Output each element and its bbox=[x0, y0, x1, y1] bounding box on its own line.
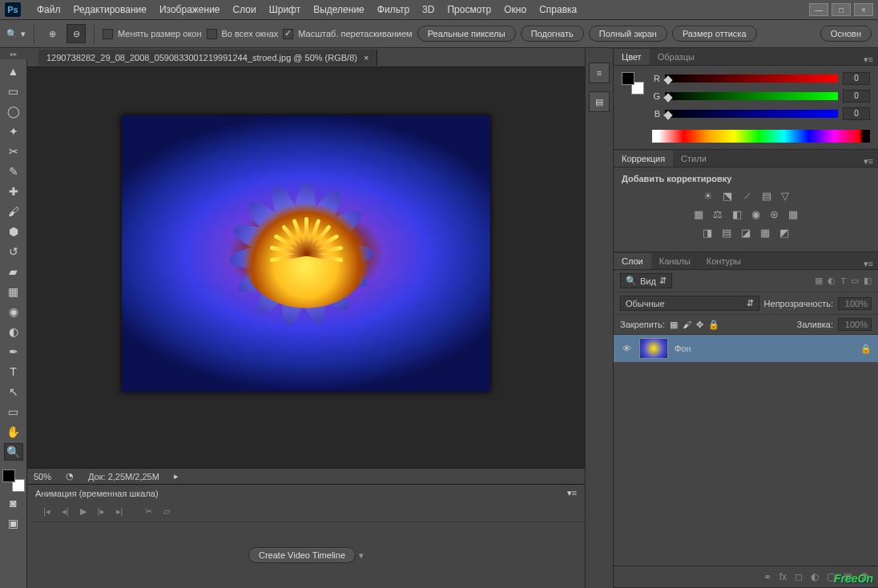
tab-color[interactable]: Цвет bbox=[614, 49, 650, 65]
blend-mode-select[interactable]: Обычные ⇵ bbox=[620, 296, 759, 311]
zoom-tool-icon[interactable]: 🔍 bbox=[4, 443, 23, 461]
new-adj-icon[interactable]: ◐ bbox=[811, 571, 819, 582]
blur-tool-icon[interactable]: ◉ bbox=[4, 303, 23, 320]
transition-icon[interactable]: ▱ bbox=[163, 506, 170, 517]
fx-icon[interactable]: fx bbox=[779, 571, 787, 582]
levels-icon[interactable]: ⬔ bbox=[723, 190, 732, 202]
curves-icon[interactable]: ⟋ bbox=[742, 190, 752, 202]
lock-trans-icon[interactable]: ▦ bbox=[670, 320, 678, 330]
menu-window[interactable]: Окно bbox=[497, 4, 533, 15]
r-value[interactable]: 0 bbox=[843, 72, 870, 85]
print-size-button[interactable]: Размер оттиска bbox=[672, 26, 757, 42]
actual-pixels-button[interactable]: Реальные пикселы bbox=[417, 26, 516, 42]
hand-tool-icon[interactable]: ✋ bbox=[4, 423, 23, 441]
first-frame-icon[interactable]: |◂ bbox=[43, 506, 50, 517]
hue-icon[interactable]: ▦ bbox=[694, 208, 703, 220]
stamp-tool-icon[interactable]: ⬢ bbox=[4, 223, 23, 240]
zoom-tool-icon[interactable]: 🔍 ▾ bbox=[6, 24, 26, 43]
menu-type[interactable]: Шрифт bbox=[263, 4, 307, 15]
canvas-area[interactable] bbox=[27, 67, 585, 468]
heal-tool-icon[interactable]: ✚ bbox=[4, 183, 23, 200]
menu-select[interactable]: Выделение bbox=[307, 4, 371, 15]
photo-filter-icon[interactable]: ◉ bbox=[751, 208, 760, 220]
menu-view[interactable]: Просмотр bbox=[441, 4, 497, 15]
adj-menu-icon[interactable]: ▾≡ bbox=[859, 156, 878, 167]
toolbar-collapse[interactable]: ▸▸ bbox=[0, 48, 27, 59]
menu-image[interactable]: Изображение bbox=[153, 4, 227, 15]
layer-thumbnail[interactable] bbox=[639, 338, 668, 359]
mixer-icon[interactable]: ⊛ bbox=[770, 208, 779, 220]
invert-icon[interactable]: ◨ bbox=[703, 227, 712, 239]
history-panel-icon[interactable]: ≡ bbox=[589, 62, 610, 83]
timeline-dropdown-icon[interactable]: ▾ bbox=[359, 550, 364, 561]
dodge-tool-icon[interactable]: ◐ bbox=[4, 323, 23, 340]
vibrance-icon[interactable]: ▽ bbox=[781, 190, 789, 202]
link-layers-icon[interactable]: ⚭ bbox=[763, 571, 771, 582]
info-arrow-icon[interactable]: ▸ bbox=[174, 471, 179, 481]
wand-tool-icon[interactable]: ✦ bbox=[4, 123, 23, 140]
filter-text-icon[interactable]: T bbox=[840, 276, 846, 286]
layer-row[interactable]: 👁 Фон 🔒 bbox=[614, 335, 878, 362]
foreground-swatch[interactable] bbox=[2, 469, 15, 482]
tab-swatches[interactable]: Образцы bbox=[650, 49, 703, 65]
marquee-tool-icon[interactable]: ▭ bbox=[4, 83, 23, 100]
tab-channels[interactable]: Каналы bbox=[651, 253, 699, 269]
move-tool-icon[interactable]: ▲ bbox=[4, 62, 23, 80]
gradient-tool-icon[interactable]: ▦ bbox=[4, 283, 23, 300]
menu-edit[interactable]: Редактирование bbox=[67, 4, 153, 15]
mask-icon[interactable]: ◻ bbox=[795, 571, 803, 582]
screenmode-icon[interactable]: ▣ bbox=[4, 514, 23, 532]
workspace-button[interactable]: Основн bbox=[820, 26, 872, 42]
layer-filter-kind[interactable]: 🔍 Вид ⇵ bbox=[620, 273, 672, 288]
color-menu-icon[interactable]: ▾≡ bbox=[859, 54, 878, 65]
color-mini-swatches[interactable] bbox=[622, 72, 644, 95]
menu-3d[interactable]: 3D bbox=[416, 4, 441, 15]
balance-icon[interactable]: ⚖ bbox=[713, 208, 723, 220]
filter-smart-icon[interactable]: ◧ bbox=[864, 276, 872, 286]
lasso-tool-icon[interactable]: ◯ bbox=[4, 103, 23, 120]
create-timeline-button[interactable]: Create Video Timeline bbox=[248, 547, 356, 563]
doc-info-icon[interactable]: ◔ bbox=[66, 471, 74, 481]
next-frame-icon[interactable]: |▸ bbox=[98, 506, 105, 517]
animation-menu-icon[interactable]: ▾≡ bbox=[567, 488, 577, 498]
tab-styles[interactable]: Стили bbox=[673, 151, 715, 167]
posterize-icon[interactable]: ▤ bbox=[722, 227, 731, 239]
opacity-input[interactable]: 100% bbox=[838, 297, 872, 310]
cut-icon[interactable]: ✂ bbox=[145, 506, 152, 517]
menu-filter[interactable]: Фильтр bbox=[371, 4, 416, 15]
r-slider[interactable] bbox=[665, 75, 838, 83]
new-layer-icon[interactable]: ▣ bbox=[844, 571, 852, 582]
layer-name[interactable]: Фон bbox=[675, 344, 691, 353]
b-slider[interactable] bbox=[665, 110, 838, 118]
g-value[interactable]: 0 bbox=[843, 90, 870, 103]
tab-paths[interactable]: Контуры bbox=[699, 253, 749, 269]
close-tab-icon[interactable]: × bbox=[364, 53, 369, 62]
lock-all-icon[interactable]: 🔒 bbox=[708, 320, 719, 330]
last-frame-icon[interactable]: ▸| bbox=[116, 506, 123, 517]
crop-tool-icon[interactable]: ✂ bbox=[4, 143, 23, 160]
bw-icon[interactable]: ◧ bbox=[732, 208, 742, 220]
layers-menu-icon[interactable]: ▾≡ bbox=[859, 259, 878, 269]
quickmask-icon[interactable]: ◙ bbox=[4, 494, 23, 512]
menu-file[interactable]: Файл bbox=[30, 4, 67, 15]
play-icon[interactable]: ▶ bbox=[80, 506, 87, 517]
text-tool-icon[interactable]: T bbox=[4, 363, 23, 381]
visibility-icon[interactable]: 👁 bbox=[620, 344, 633, 353]
maximize-button[interactable]: □ bbox=[832, 3, 851, 16]
zoom-level[interactable]: 50% bbox=[34, 472, 51, 481]
brightness-icon[interactable]: ☀ bbox=[703, 190, 713, 202]
exposure-icon[interactable]: ▤ bbox=[762, 190, 771, 202]
brush-tool-icon[interactable]: 🖌 bbox=[4, 203, 23, 220]
selective-icon[interactable]: ◩ bbox=[779, 227, 789, 239]
filter-pixel-icon[interactable]: ▦ bbox=[815, 276, 823, 286]
scrubby-zoom-checkbox[interactable]: Масштаб. перетаскиванием bbox=[283, 29, 412, 39]
threshold-icon[interactable]: ◪ bbox=[741, 227, 751, 239]
menu-layers[interactable]: Слои bbox=[227, 4, 263, 15]
tab-layers[interactable]: Слои bbox=[614, 253, 651, 269]
zoom-out-icon[interactable]: ⊖ bbox=[66, 24, 86, 43]
pen-tool-icon[interactable]: ✒ bbox=[4, 343, 23, 360]
path-tool-icon[interactable]: ↖ bbox=[4, 383, 23, 401]
document-tab[interactable]: 1290738282_29_08_2008_059083300121999124… bbox=[38, 50, 377, 66]
filter-shape-icon[interactable]: ▭ bbox=[851, 276, 859, 286]
all-windows-checkbox[interactable]: Во всех окнах bbox=[207, 29, 279, 39]
